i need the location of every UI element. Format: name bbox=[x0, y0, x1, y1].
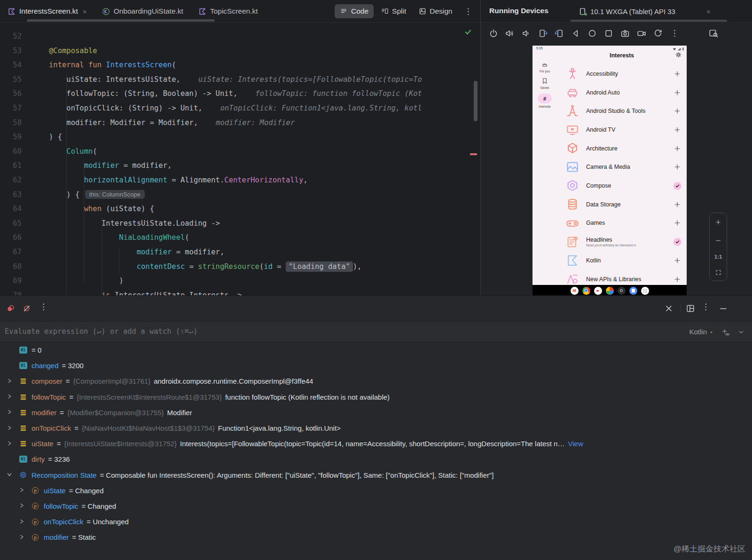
record-icon[interactable] bbox=[636, 28, 647, 39]
minimize-icon[interactable] bbox=[718, 303, 728, 314]
follow-plus-icon[interactable] bbox=[674, 220, 681, 226]
zoom-in-button[interactable]: + bbox=[715, 218, 721, 227]
code-line[interactable]: 57 onTopicClick: (String) -> Unit,onTopi… bbox=[0, 101, 480, 116]
nav-rail-item-for-you[interactable]: For you bbox=[540, 61, 550, 73]
device-tab-scrollbar[interactable] bbox=[570, 20, 727, 22]
code-line[interactable]: 63 ) { this: ColumnScope bbox=[0, 188, 480, 202]
code-line[interactable]: 61 modifier = modifier, bbox=[0, 158, 480, 173]
rotate-left-icon[interactable] bbox=[538, 28, 548, 39]
android-app-icon[interactable] bbox=[618, 287, 626, 295]
watch-row-modifier[interactable]: modifier={Modifier$Companion@31755}Modif… bbox=[0, 405, 752, 420]
watch-row-recomposition-state[interactable]: Recomposition State= Composable fun Inte… bbox=[0, 467, 752, 483]
watch-row-ontopicclick[interactable]: ponTopicClick= Unchanged bbox=[0, 514, 752, 529]
rotate-right-icon[interactable] bbox=[554, 28, 564, 39]
nav-rail-item-saved[interactable]: Saved bbox=[540, 77, 549, 89]
follow-plus-icon[interactable] bbox=[674, 89, 681, 96]
code-line[interactable]: 52 bbox=[0, 29, 480, 44]
chevron-right-icon[interactable] bbox=[19, 503, 27, 509]
debugger-more-icon[interactable]: ⋮ bbox=[39, 302, 50, 312]
watch-row-dirty[interactable]: 01dirty= 3236 bbox=[0, 451, 752, 467]
tab-scrollbar[interactable] bbox=[27, 19, 215, 22]
volume-up-icon[interactable] bbox=[505, 28, 515, 39]
code-line[interactable]: 69 ) bbox=[0, 274, 480, 288]
chevron-right-icon[interactable] bbox=[19, 519, 27, 525]
settings-gear-icon[interactable] bbox=[675, 52, 682, 58]
split-view-button[interactable]: Split bbox=[376, 4, 411, 18]
screenshot-icon[interactable] bbox=[620, 28, 630, 39]
code-line[interactable]: 54internal fun InterestsScreen( bbox=[0, 58, 480, 72]
design-view-button[interactable]: Design bbox=[413, 4, 457, 18]
apps-app-icon[interactable] bbox=[641, 287, 649, 295]
back-icon[interactable] bbox=[571, 28, 581, 39]
files-app-icon[interactable] bbox=[629, 287, 637, 295]
code-line[interactable]: 68 contentDesc = stringResource(id = "Lo… bbox=[0, 260, 480, 274]
code-view-button[interactable]: Code bbox=[335, 4, 374, 18]
panel-more-icon[interactable]: ⋮ bbox=[702, 302, 712, 312]
emulator-display[interactable]: 5:05 Interests For youSaved#Interests Ac… bbox=[533, 46, 687, 296]
close-tab-icon[interactable]: × bbox=[83, 8, 87, 16]
watch-row[interactable]: 01= 0 bbox=[0, 342, 752, 358]
code-line[interactable]: 58 modifier: Modifier = Modifier,modifie… bbox=[0, 116, 480, 130]
topic-row-architecture[interactable]: Architecture bbox=[557, 139, 687, 158]
topic-row-games[interactable]: Games bbox=[557, 214, 687, 233]
watch-row-changed[interactable]: 01changed= 3200 bbox=[0, 358, 752, 373]
expand-chevron-icon[interactable] bbox=[737, 328, 745, 336]
follow-plus-icon[interactable] bbox=[674, 164, 681, 170]
power-icon[interactable] bbox=[488, 28, 499, 39]
code-line[interactable]: 55 uiState: InterestsUiState,uiState: In… bbox=[0, 72, 480, 87]
watch-row-modifier[interactable]: pmodifier= Static bbox=[0, 529, 752, 545]
watch-row-followtopic[interactable]: pfollowTopic= Changed bbox=[0, 498, 752, 514]
topic-row-headlines[interactable]: HeadlinesNews you'll definitely be inter… bbox=[557, 232, 687, 251]
code-line[interactable]: 67 modifier = modifier, bbox=[0, 245, 480, 260]
chrome-app-icon[interactable] bbox=[582, 287, 590, 295]
chevron-down-icon[interactable] bbox=[7, 472, 15, 478]
topic-row-data-storage[interactable]: Data Storage bbox=[557, 195, 687, 214]
volume-down-icon[interactable] bbox=[521, 28, 532, 39]
chevron-right-icon[interactable] bbox=[7, 409, 15, 416]
chevron-right-icon[interactable] bbox=[7, 425, 15, 432]
topic-row-new-apis-libraries[interactable]: New APIs & Libraries bbox=[557, 270, 687, 285]
code-line[interactable]: 65 InterestsUiState.Loading -> bbox=[0, 216, 480, 231]
follow-plus-icon[interactable] bbox=[674, 201, 681, 208]
code-line[interactable]: 66 NiaLoadingWheel( bbox=[0, 230, 480, 245]
code-line[interactable]: 60 Column( bbox=[0, 144, 480, 159]
emulator-screen[interactable]: 5:05 Interests For youSaved#Interests Ac… bbox=[533, 46, 687, 285]
zoom-ratio-button[interactable]: 1:1 bbox=[714, 254, 722, 260]
topic-row-compose[interactable]: Compose bbox=[557, 176, 687, 195]
code-line[interactable]: 56 followTopic: (String, Boolean) -> Uni… bbox=[0, 87, 480, 101]
layout-settings-icon[interactable] bbox=[685, 303, 696, 314]
editor-more-icon[interactable]: ⋮ bbox=[459, 7, 477, 16]
topic-row-camera-media[interactable]: Camera & Media bbox=[557, 158, 687, 177]
watch-row-uistate[interactable]: puiState= Changed bbox=[0, 483, 752, 498]
nav-rail-item-interests[interactable]: #Interests bbox=[538, 94, 552, 108]
chevron-right-icon[interactable] bbox=[19, 487, 27, 494]
watch-row-followtopic[interactable]: followTopic={InterestsScreenKt$Interests… bbox=[0, 389, 752, 405]
zoom-out-button[interactable]: − bbox=[715, 236, 721, 245]
code-editor[interactable]: 5253@Composable54internal fun InterestsS… bbox=[0, 23, 480, 295]
code-line[interactable]: 59) { bbox=[0, 130, 480, 144]
chevron-right-icon[interactable] bbox=[19, 534, 27, 541]
topic-row-accessibility[interactable]: Accessibility bbox=[557, 64, 687, 83]
code-line[interactable]: 62 horizontalAlignment = Alignment.Cente… bbox=[0, 173, 480, 188]
followed-check-icon[interactable] bbox=[674, 182, 682, 190]
mute-breakpoints-icon[interactable] bbox=[22, 303, 32, 314]
follow-plus-icon[interactable] bbox=[674, 276, 681, 283]
followed-check-icon[interactable] bbox=[674, 238, 682, 246]
photos-app-icon[interactable] bbox=[606, 287, 614, 295]
editor-scrollbar-thumb[interactable] bbox=[474, 81, 478, 121]
language-dropdown[interactable]: Kotlin bbox=[689, 328, 713, 336]
watch-row-composer[interactable]: composer={ComposerImpl@31761}androidx.co… bbox=[0, 373, 752, 389]
screen-search-icon[interactable] bbox=[708, 28, 719, 39]
topic-row-android-auto[interactable]: Android Auto bbox=[557, 83, 687, 102]
code-line[interactable]: 53@Composable bbox=[0, 44, 480, 58]
topic-row-android-tv[interactable]: Android TV bbox=[557, 120, 687, 139]
view-link[interactable]: View bbox=[568, 440, 583, 448]
fit-screen-button[interactable] bbox=[715, 269, 722, 276]
follow-plus-icon[interactable] bbox=[674, 257, 681, 264]
code-line[interactable]: 70 is InterestsUiState.Interests -> bbox=[0, 288, 480, 295]
home-icon[interactable] bbox=[587, 28, 597, 39]
watch-row-ontopicclick[interactable]: onTopicClick={NiaNavHostKt$NiaNavHost$1$… bbox=[0, 420, 752, 436]
topic-row-android-studio-tools[interactable]: Android Studio & Tools bbox=[557, 102, 687, 120]
breakpoints-icon[interactable] bbox=[6, 303, 16, 314]
watch-row-uistate[interactable]: uiState={InterestsUiState$Interests@3175… bbox=[0, 436, 752, 451]
